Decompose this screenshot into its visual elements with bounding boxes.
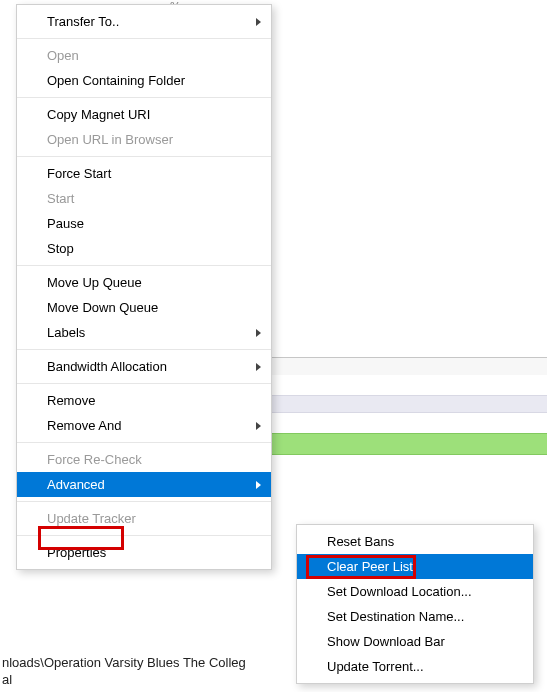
menu-item-label: Remove And bbox=[47, 418, 121, 433]
menu-item-label: Force Start bbox=[47, 166, 111, 181]
menu-separator bbox=[17, 501, 271, 502]
menu-item-label: Labels bbox=[47, 325, 85, 340]
menu-item-start: Start bbox=[17, 186, 271, 211]
menu-item-label: Open bbox=[47, 48, 79, 63]
menu-separator bbox=[17, 97, 271, 98]
menu-item-label: Force Re-Check bbox=[47, 452, 142, 467]
menu-item-label: Reset Bans bbox=[327, 534, 394, 549]
menu-separator bbox=[17, 349, 271, 350]
menu-item-bandwidth-allocation[interactable]: Bandwidth Allocation bbox=[17, 354, 271, 379]
menu-item-open: Open bbox=[17, 43, 271, 68]
context-menu-main: Transfer To..OpenOpen Containing FolderC… bbox=[16, 4, 272, 570]
menu-separator bbox=[17, 38, 271, 39]
menu-item-copy-magnet-uri[interactable]: Copy Magnet URI bbox=[17, 102, 271, 127]
menu-item-label: Update Torrent... bbox=[327, 659, 424, 674]
chevron-right-icon bbox=[256, 329, 261, 337]
menu-item-label: Set Destination Name... bbox=[327, 609, 464, 624]
menu-item-show-download-bar[interactable]: Show Download Bar bbox=[297, 629, 533, 654]
menu-separator bbox=[17, 265, 271, 266]
menu-item-label: Transfer To.. bbox=[47, 14, 119, 29]
menu-item-labels[interactable]: Labels bbox=[17, 320, 271, 345]
menu-item-label: Move Up Queue bbox=[47, 275, 142, 290]
menu-item-move-up-queue[interactable]: Move Up Queue bbox=[17, 270, 271, 295]
path-fragment: nloads\Operation Varsity Blues The Colle… bbox=[0, 655, 246, 689]
menu-item-label: Move Down Queue bbox=[47, 300, 158, 315]
menu-item-label: Set Download Location... bbox=[327, 584, 472, 599]
menu-item-remove-and[interactable]: Remove And bbox=[17, 413, 271, 438]
menu-item-update-torrent[interactable]: Update Torrent... bbox=[297, 654, 533, 679]
chevron-right-icon bbox=[256, 481, 261, 489]
menu-item-label: Open Containing Folder bbox=[47, 73, 185, 88]
menu-item-advanced[interactable]: Advanced bbox=[17, 472, 271, 497]
context-menu-advanced-submenu: Reset BansClear Peer ListSet Download Lo… bbox=[296, 524, 534, 684]
menu-item-open-containing-folder[interactable]: Open Containing Folder bbox=[17, 68, 271, 93]
menu-item-set-destination-name[interactable]: Set Destination Name... bbox=[297, 604, 533, 629]
menu-separator bbox=[17, 383, 271, 384]
chevron-right-icon bbox=[256, 422, 261, 430]
menu-item-clear-peer-list[interactable]: Clear Peer List bbox=[297, 554, 533, 579]
menu-item-label: Pause bbox=[47, 216, 84, 231]
menu-separator bbox=[17, 442, 271, 443]
chevron-right-icon bbox=[256, 18, 261, 26]
menu-item-properties[interactable]: Properties bbox=[17, 540, 271, 565]
menu-item-label: Clear Peer List bbox=[327, 559, 413, 574]
menu-item-transfer-to[interactable]: Transfer To.. bbox=[17, 9, 271, 34]
menu-item-set-download-location[interactable]: Set Download Location... bbox=[297, 579, 533, 604]
menu-item-force-start[interactable]: Force Start bbox=[17, 161, 271, 186]
menu-item-label: Start bbox=[47, 191, 74, 206]
menu-item-label: Copy Magnet URI bbox=[47, 107, 150, 122]
menu-item-pause[interactable]: Pause bbox=[17, 211, 271, 236]
menu-item-label: Advanced bbox=[47, 477, 105, 492]
background-progress-row bbox=[270, 433, 547, 455]
menu-item-force-re-check: Force Re-Check bbox=[17, 447, 271, 472]
menu-item-label: Update Tracker bbox=[47, 511, 136, 526]
menu-item-stop[interactable]: Stop bbox=[17, 236, 271, 261]
menu-separator bbox=[17, 535, 271, 536]
menu-item-label: Properties bbox=[47, 545, 106, 560]
menu-item-remove[interactable]: Remove bbox=[17, 388, 271, 413]
menu-item-label: Bandwidth Allocation bbox=[47, 359, 167, 374]
menu-separator bbox=[17, 156, 271, 157]
background-row bbox=[270, 395, 547, 413]
menu-item-update-tracker: Update Tracker bbox=[17, 506, 271, 531]
menu-item-label: Remove bbox=[47, 393, 95, 408]
menu-item-move-down-queue[interactable]: Move Down Queue bbox=[17, 295, 271, 320]
menu-item-label: Show Download Bar bbox=[327, 634, 445, 649]
chevron-right-icon bbox=[256, 363, 261, 371]
menu-item-open-url-in-browser: Open URL in Browser bbox=[17, 127, 271, 152]
background-row bbox=[270, 357, 547, 375]
menu-item-label: Open URL in Browser bbox=[47, 132, 173, 147]
menu-item-label: Stop bbox=[47, 241, 74, 256]
menu-item-reset-bans[interactable]: Reset Bans bbox=[297, 529, 533, 554]
